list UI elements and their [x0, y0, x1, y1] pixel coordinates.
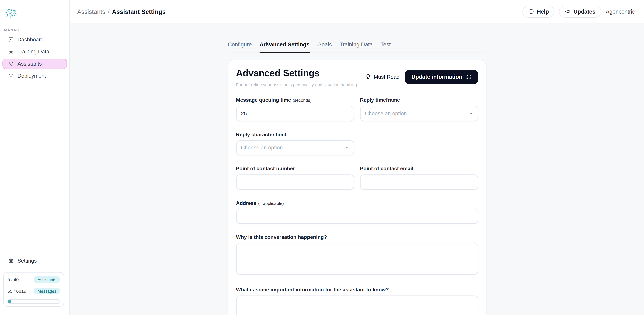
why-conversation-textarea[interactable] [236, 243, 478, 275]
field-contact-email: Point of contact email [360, 166, 478, 189]
settings-form: Message queuing time(seconds) Reply time… [236, 97, 478, 315]
reply-timeframe-select[interactable]: Choose an option [360, 106, 478, 121]
page-subtitle: Further refine your assistants personali… [236, 82, 358, 87]
brain-network-logo-icon [4, 8, 18, 19]
message-queuing-time-label: Message queuing time(seconds) [236, 97, 354, 103]
breadcrumb-current: Assistant Settings [112, 8, 166, 15]
tab-advanced-settings[interactable]: Advanced Settings [260, 41, 310, 53]
info-circle-icon [528, 8, 534, 14]
tab-test[interactable]: Test [380, 41, 390, 53]
sidebar-item-label: Settings [18, 258, 37, 264]
updates-button-label: Updates [574, 8, 596, 14]
important-info-textarea[interactable] [236, 296, 478, 315]
chevron-down-icon [469, 111, 473, 115]
refresh-icon [466, 74, 471, 79]
sidebar-item-dashboard[interactable]: Dashboard [2, 34, 67, 44]
app-root: MANAGE Dashboard [0, 0, 644, 315]
reply-character-limit-select[interactable]: Choose an option [236, 140, 354, 155]
usage-row-messages: 65 / 6819 Messages [8, 288, 60, 294]
sidebar-item-label: Dashboard [18, 36, 44, 42]
reply-character-limit-label: Reply character limit [236, 132, 354, 137]
assistants-usage-value: 5 / 40 [8, 277, 19, 282]
message-queuing-time-input[interactable] [236, 106, 354, 121]
contact-email-input[interactable] [360, 174, 478, 190]
megaphone-icon [565, 8, 571, 14]
sidebar-item-deployment[interactable]: Deployment [2, 71, 67, 81]
tab-training-data[interactable]: Training Data [340, 41, 373, 53]
grid-spacer [360, 132, 478, 155]
page-title: Advanced Settings [236, 68, 358, 79]
sidebar-item-settings[interactable]: Settings [2, 256, 67, 266]
messages-usage-value: 65 / 6819 [8, 289, 26, 293]
user-plus-icon [8, 61, 14, 66]
chevron-down-icon [345, 146, 349, 150]
must-read-label: Must Read [374, 74, 400, 80]
field-reply-character-limit: Reply character limit Choose an option [236, 132, 354, 155]
sidebar-section-label: MANAGE [4, 28, 22, 32]
advanced-settings-card: Advanced Settings Further refine your as… [228, 60, 486, 315]
field-contact-number: Point of contact number [236, 166, 354, 189]
update-information-label: Update information [412, 74, 462, 80]
message-square-check-icon [8, 37, 14, 42]
tab-configure[interactable]: Configure [228, 41, 252, 53]
org-name[interactable]: Agencentric [606, 8, 635, 14]
breadcrumb-assistants[interactable]: Assistants [77, 8, 105, 15]
main-area: Configure Advanced Settings Goals Traini… [70, 23, 644, 315]
sidebar-settings: Settings [2, 256, 67, 266]
sidebar-item-assistants[interactable]: Assistants [2, 59, 67, 69]
sidebar-item-label: Assistants [18, 61, 42, 67]
reply-timeframe-placeholder: Choose an option [365, 110, 407, 116]
sidebar-divider [4, 252, 64, 252]
tab-goals[interactable]: Goals [317, 41, 332, 53]
important-info-label: What is some important information for t… [236, 287, 478, 293]
field-reply-timeframe: Reply timeframe Choose an option [360, 97, 478, 121]
usage-progress-bar [8, 299, 60, 304]
why-conversation-label: Why is this conversation happening? [236, 234, 478, 240]
reply-character-limit-placeholder: Choose an option [241, 145, 283, 151]
help-button[interactable]: Help [522, 5, 555, 17]
field-important-info: What is some important information for t… [236, 287, 478, 315]
sidebar: MANAGE Dashboard [0, 0, 70, 315]
contact-number-input[interactable] [236, 174, 354, 190]
assistants-usage-badge: Assistants [34, 276, 60, 283]
card-title-block: Advanced Settings Further refine your as… [236, 68, 358, 87]
header-actions: Help Updates Agencentric [522, 5, 644, 17]
hub-network-icon [8, 49, 14, 54]
card-header-actions: Must Read Update information [365, 70, 478, 84]
top-header: Assistants / Assistant Settings Help Upd… [70, 0, 644, 23]
sidebar-item-label: Deployment [18, 73, 46, 79]
contact-email-label: Point of contact email [360, 166, 478, 172]
sidebar-item-label: Training Data [18, 48, 49, 55]
field-why-conversation: Why is this conversation happening? [236, 234, 478, 276]
gear-icon [8, 258, 14, 264]
usage-card: 5 / 40 Assistants 65 / 6819 Messages [3, 272, 64, 307]
sidebar-item-training-data[interactable]: Training Data [2, 46, 67, 57]
messages-usage-badge: Messages [34, 288, 60, 294]
contact-number-label: Point of contact number [236, 166, 354, 172]
breadcrumb: Assistants / Assistant Settings [77, 8, 166, 15]
help-button-label: Help [537, 8, 549, 14]
address-input[interactable] [236, 209, 478, 224]
update-information-button[interactable]: Update information [405, 70, 478, 84]
sidebar-nav: Dashboard Training Data [2, 34, 67, 81]
usage-progress-fill [8, 300, 11, 303]
address-label: Address(if applicable) [236, 200, 478, 206]
card-header: Advanced Settings Further refine your as… [236, 68, 478, 87]
field-message-queuing-time: Message queuing time(seconds) [236, 97, 354, 121]
lightbulb-icon [365, 74, 371, 80]
breadcrumb-separator: / [108, 8, 110, 15]
reply-timeframe-label: Reply timeframe [360, 97, 478, 103]
field-address: Address(if applicable) [236, 200, 478, 224]
must-read-link[interactable]: Must Read [365, 74, 400, 80]
split-arrows-icon [8, 73, 14, 79]
content-column: Configure Advanced Settings Goals Traini… [228, 23, 486, 315]
usage-row-assistants: 5 / 40 Assistants [8, 276, 60, 283]
tab-bar: Configure Advanced Settings Goals Traini… [228, 23, 486, 53]
updates-button[interactable]: Updates [559, 5, 601, 17]
